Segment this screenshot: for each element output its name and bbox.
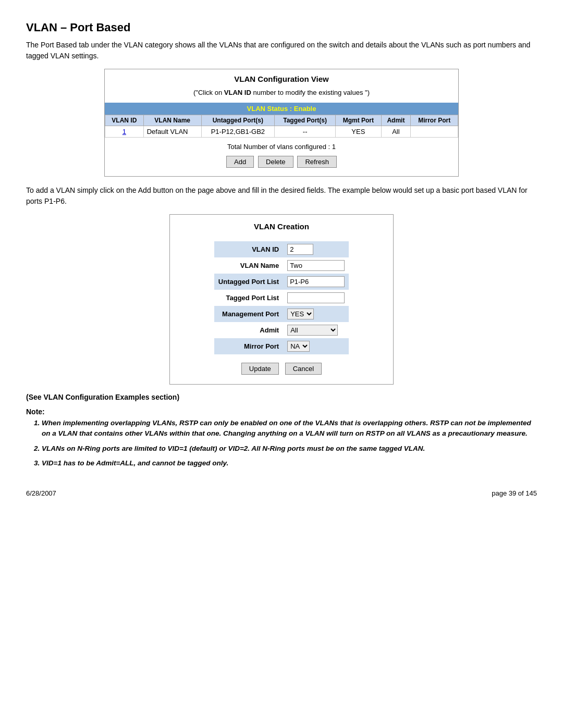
select-management-port[interactable]: YESNO [287,309,314,319]
form-label: Tagged Port List [214,290,283,306]
col-vlan-id: VLAN ID [105,115,144,126]
vlan-status-bar: VLAN Status : Enable [105,103,458,115]
vlan-creation-form: VLAN ID VLAN Name Untagged Port List Tag… [214,241,349,354]
note-item: VID=1 has to be Admit=ALL, and cannot be… [42,458,537,468]
mgmt-port: YES [336,126,381,138]
field-vlan-name[interactable] [287,260,345,271]
note-label: Note: [26,408,45,416]
refresh-button[interactable]: Refresh [297,156,337,168]
vlan-config-title: VLAN Configuration View [105,75,458,83]
form-field[interactable] [283,241,349,257]
form-field[interactable] [283,290,349,306]
field-vlan-id[interactable] [287,244,313,255]
click-note-prefix: ("Click on [193,89,224,96]
mirror-port [411,126,458,138]
note-item: VLANs on N-Ring ports are limited to VID… [42,443,537,454]
form-field[interactable]: YESNO [283,306,349,322]
add-button[interactable]: Add [226,156,254,168]
col-tagged-ports: Tagged Port(s) [275,115,336,126]
select-mirror-port[interactable]: NA [287,341,310,352]
between-text: To add a VLAN simply click on the Add bu… [26,185,537,207]
vlan-total: Total Number of vlans configured : 1 [105,143,458,151]
vlan-name: Default VLAN [143,126,201,138]
form-label: VLAN Name [214,257,283,274]
vlan-click-note: ("Click on VLAN ID number to modify the … [105,89,458,96]
form-row: Mirror Port NA [214,338,349,354]
form-field[interactable] [283,274,349,290]
table-row: 1 Default VLAN P1-P12,GB1-GB2 -- YES All [105,126,458,138]
vlan-buttons: Add Delete Refresh [105,156,458,168]
update-button[interactable]: Update [241,363,279,375]
form-label: Admit [214,322,283,338]
form-row: VLAN ID [214,241,349,257]
footer: 6/28/2007 page 39 of 145 [26,489,537,497]
footer-date: 6/28/2007 [26,489,56,497]
delete-button[interactable]: Delete [258,156,293,168]
untagged-ports: P1-P12,GB1-GB2 [201,126,275,138]
vlan-creation-title: VLAN Creation [170,222,393,231]
form-field[interactable]: NA [283,338,349,354]
footer-page: page 39 of 145 [492,489,537,497]
admit: All [381,126,411,138]
form-label: Mirror Port [214,338,283,354]
vlan-config-table: VLAN ID VLAN Name Untagged Port(s) Tagge… [105,115,458,138]
form-row: Management Port YESNO [214,306,349,322]
form-label: Untagged Port List [214,274,283,290]
form-row: VLAN Name [214,257,349,274]
col-vlan-name: VLAN Name [143,115,201,126]
col-mirror-port: Mirror Port [411,115,458,126]
form-row: Admit AllTagged Only [214,322,349,338]
tagged-ports: -- [275,126,336,138]
col-admit: Admit [381,115,411,126]
col-mgmt-port: Mgmt Port [336,115,381,126]
form-field[interactable] [283,257,349,274]
note-section: Note: When implementing overlapping VLAN… [26,408,537,468]
creation-buttons: Update Cancel [170,363,393,375]
field-tagged-port-list[interactable] [287,292,345,303]
form-label: VLAN ID [214,241,283,257]
see-section: (See VLAN Configuration Examples section… [26,393,537,401]
vlan-config-box: VLAN Configuration View ("Click on VLAN … [104,69,459,177]
col-untagged-ports: Untagged Port(s) [201,115,275,126]
vlan-id-link[interactable]: 1 [105,126,144,138]
form-label: Management Port [214,306,283,322]
cancel-button[interactable]: Cancel [285,363,322,375]
form-field[interactable]: AllTagged Only [283,322,349,338]
field-untagged-port-list[interactable] [287,276,345,287]
form-row: Untagged Port List [214,274,349,290]
vlan-creation-box: VLAN Creation VLAN ID VLAN Name Untagged… [169,214,394,385]
click-note-suffix: number to modify the existing values ") [251,89,370,96]
note-list: When implementing overlapping VLANs, RST… [42,418,537,468]
click-note-bold: VLAN ID [224,89,251,96]
page-title: VLAN – Port Based [26,21,537,34]
select-admit[interactable]: AllTagged Only [287,325,338,336]
note-item: When implementing overlapping VLANs, RST… [42,418,537,439]
form-row: Tagged Port List [214,290,349,306]
intro-text: The Port Based tab under the VLAN catego… [26,40,537,61]
